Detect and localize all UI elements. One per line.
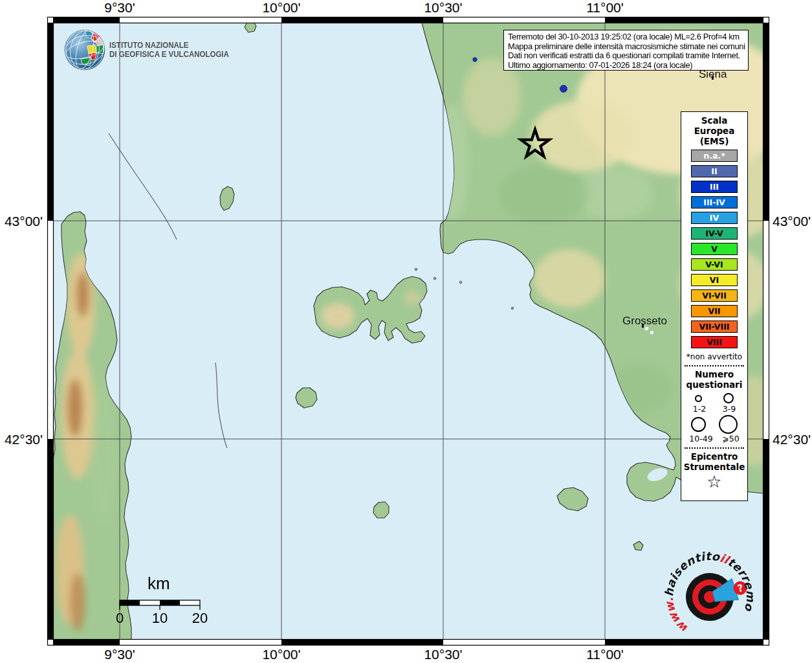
ems-chip-IV-V: IV-V: [691, 227, 738, 240]
ems-chip-II: II: [691, 165, 738, 177]
questionnaire-size-dot-2: [723, 393, 734, 403]
ems-chip-III-IV: III-IV: [691, 196, 738, 208]
legend-separator: [685, 365, 744, 366]
event-info-line2: Mappa preliminare delle intensità macros…: [508, 42, 744, 52]
axis-label-top-2: 10°00': [262, 0, 300, 16]
ems-chip-VIII: VIII: [691, 336, 738, 348]
scale-bar-unit: km: [148, 574, 170, 594]
ems-chip-IV: IV: [691, 212, 738, 224]
questionnaire-size-dot-4: [719, 415, 738, 434]
islet: [415, 268, 417, 271]
axis-label-bottom-2: 10°00': [262, 647, 300, 662]
ems-chip-VII-VIII: VII-VIII: [691, 320, 738, 333]
questionnaire-size-label-3: 10-49: [689, 434, 712, 444]
ingv-macroseismic-intensity-map: ? www.haisentitoilterremoto.it: [0, 0, 812, 663]
event-info-line3: Dati non verificati estratti da 6 questi…: [508, 51, 744, 61]
city-label-grosseto: Grosseto: [622, 315, 667, 328]
event-info-box: Terremoto del 30-10-2013 19:25:02 (ora l…: [503, 30, 749, 71]
legend-questionnaires-title-line1: Numero: [695, 369, 734, 379]
ems-chip-VII: VII: [691, 305, 738, 317]
city-label-siena: Siena: [699, 68, 727, 81]
observation-dot-small: [473, 58, 477, 62]
legend-ems-footnote: *non avvertito: [686, 352, 742, 361]
axis-label-right-2: 42°30': [773, 432, 811, 447]
axis-label-bottom-1: 9°30': [104, 647, 135, 662]
scale-bar-tick-10: 10: [152, 610, 168, 627]
axis-label-top-1: 9°30': [104, 0, 135, 16]
questionnaire-size-label-4: ⩾50: [722, 434, 739, 444]
legend-ems-title-line3: (EMS): [700, 136, 729, 146]
legend-box: Scala Europea (EMS) n.a.*IIIIIIII-IVIVIV…: [681, 111, 748, 501]
axis-label-bottom-3: 10°30': [424, 647, 462, 662]
ems-scale-chips: n.a.*IIIIIIII-IVIVIV-VVV-VIVIVI-VIIVIIVI…: [691, 150, 738, 352]
legend-questionnaires-title-line2: questionari: [686, 379, 743, 390]
legend-separator: [685, 447, 744, 449]
scale-bar-tick-0: 0: [116, 610, 124, 627]
axis-label-top-3: 10°30': [424, 0, 462, 16]
event-info-line1: Terremoto del 30-10-2013 19:25:02 (ora l…: [508, 32, 744, 42]
questionnaire-size-dot-1: [695, 395, 702, 402]
ingv-wordmark-line2: DI GEOFISICA E VULCANOLOGIA: [109, 51, 229, 60]
observation-dot-large: [560, 85, 567, 93]
ems-chip-V: V: [691, 243, 738, 255]
legend-epicenter-title-line2: Strumentale: [684, 462, 745, 472]
ems-chip-III: III: [691, 181, 738, 193]
epicenter-star-icon: ☆: [707, 473, 721, 490]
ems-chip-V-VI: V-VI: [691, 258, 738, 271]
ems-chip-n.a.*: n.a.*: [691, 150, 738, 162]
urban-area: [650, 331, 653, 334]
axis-label-bottom-4: 11°00': [586, 647, 624, 662]
legend-epicenter-title-line1: Epicentro: [691, 451, 738, 462]
axis-label-top-4: 11°00': [586, 0, 624, 16]
axis-label-right-1: 43°00': [773, 214, 811, 229]
questionnaire-size-label-2: 3-9: [723, 404, 736, 414]
questionnaire-size-dot-3: [691, 417, 706, 432]
legend-ems-title-line2: Europea: [694, 126, 735, 136]
questionnaire-size-label-1: 1-2: [693, 404, 706, 414]
ingv-wordmark-line1: ISTITUTO NAZIONALE: [109, 41, 229, 51]
axis-label-left-2: 42°30': [0, 432, 43, 447]
scale-bar-tick-20: 20: [192, 610, 208, 627]
islet: [433, 277, 436, 280]
axis-label-left-1: 43°00': [0, 214, 43, 229]
ingv-wordmark: ISTITUTO NAZIONALE DI GEOFISICA E VULCAN…: [109, 41, 229, 59]
islet: [511, 307, 514, 309]
islet: [459, 281, 462, 284]
legend-ems-title-line1: Scala: [701, 115, 728, 126]
ems-chip-VI: VI: [691, 274, 738, 286]
ems-chip-VI-VII: VI-VII: [691, 289, 738, 302]
